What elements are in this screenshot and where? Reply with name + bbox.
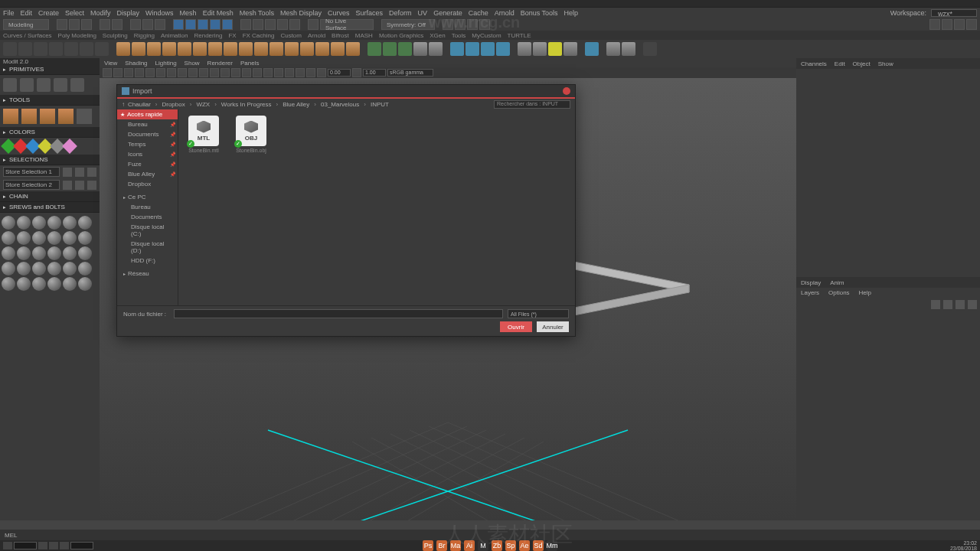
screw-preset-icon[interactable] — [32, 231, 46, 245]
shelf-options7-icon[interactable] — [95, 42, 109, 56]
undo-icon[interactable] — [100, 19, 110, 30]
vp-resolution-gate-icon[interactable] — [178, 68, 187, 77]
vertex-mode-icon[interactable] — [173, 19, 184, 30]
timeline-rewind-icon[interactable] — [3, 542, 12, 549]
shelf-tab-fx[interactable]: FX — [228, 32, 236, 39]
menu-arnold[interactable]: Arnold — [495, 9, 514, 17]
sidebar-group-reseau[interactable]: Réseau — [117, 269, 178, 279]
menu-deform[interactable]: Deform — [389, 9, 412, 17]
layer-menu-options[interactable]: Options — [828, 289, 850, 296]
vp-use-all-lights-icon[interactable] — [263, 68, 273, 77]
shelf-quad-draw-icon[interactable] — [548, 42, 562, 56]
shelf-polyplane-icon[interactable] — [193, 42, 207, 56]
shelf-tab-custom[interactable]: Custom — [280, 32, 302, 39]
tools-header[interactable]: TOOLS — [0, 95, 100, 106]
primitive-cube-icon[interactable] — [3, 78, 17, 92]
object-mode-icon[interactable] — [210, 19, 220, 30]
shelf-tab-fxcaching[interactable]: FX Caching — [243, 32, 275, 39]
vp-wireframe-icon[interactable] — [231, 68, 240, 77]
menu-file[interactable]: File — [3, 9, 15, 17]
menu-create[interactable]: Create — [38, 9, 59, 17]
uv-mode-icon[interactable] — [222, 19, 233, 30]
menu-display[interactable]: Display — [117, 9, 140, 17]
shelf-tab-arnold[interactable]: Arnold — [308, 32, 325, 39]
screw-preset-icon[interactable] — [32, 277, 46, 291]
screw-preset-icon[interactable] — [63, 246, 77, 260]
vp-textured-icon[interactable] — [253, 68, 262, 77]
menu-windows[interactable]: Windows — [145, 9, 174, 17]
snap-live-icon[interactable] — [289, 19, 300, 30]
shelf-tab-tools[interactable]: Tools — [452, 32, 466, 39]
shelf-polysoccer-icon[interactable] — [315, 42, 329, 56]
sidebar-item-disque-c[interactable]: Disque local (C:) — [117, 222, 178, 239]
ipr-render-icon[interactable] — [467, 19, 478, 30]
screw-preset-icon[interactable] — [17, 216, 31, 230]
screw-preset-icon[interactable] — [47, 216, 61, 230]
shelf-tab-bifrost[interactable]: Bifrost — [332, 32, 349, 39]
shelf-extrude-icon[interactable] — [450, 42, 464, 56]
redo-icon[interactable] — [112, 19, 122, 30]
shelf-tab-animation[interactable]: Animation — [161, 32, 188, 39]
screw-preset-icon[interactable] — [2, 231, 15, 245]
screw-preset-icon[interactable] — [32, 262, 46, 276]
layer-menu-layers[interactable]: Layers — [801, 289, 819, 296]
shelf-polyplatonic-icon[interactable] — [224, 42, 237, 56]
screw-preset-icon[interactable] — [32, 246, 46, 260]
screw-preset-icon[interactable] — [78, 277, 92, 291]
symmetry-dropdown[interactable]: Symmetry: Off — [381, 19, 435, 30]
shelf-subdiv-icon[interactable] — [429, 42, 443, 56]
construction-history-icon[interactable] — [443, 19, 453, 30]
toggle-attribute-editor-icon[interactable] — [966, 19, 977, 30]
color-pink-swatch[interactable] — [62, 139, 77, 154]
screw-preset-icon[interactable] — [78, 246, 92, 260]
shelf-options4-icon[interactable] — [49, 42, 63, 56]
screw-preset-icon[interactable] — [2, 262, 15, 276]
shelf-tab-rendering[interactable]: Rendering — [194, 32, 222, 39]
file-item-mtl[interactable]: MTL ✓ StoneBin.mtl — [185, 116, 223, 153]
primitive-cylinder-icon[interactable] — [37, 78, 51, 92]
vp-safe-action-icon[interactable] — [210, 68, 219, 77]
breadcrumb[interactable]: WZX — [196, 101, 210, 108]
sidebar-item-bluealley[interactable]: Blue Alley📌 — [117, 169, 178, 179]
clear-selection-2-icon[interactable] — [87, 181, 96, 190]
shelf-polytorus-icon[interactable] — [178, 42, 191, 56]
shelf-tab-polymodeling[interactable]: Poly Modeling — [58, 32, 96, 39]
clear-selection-1-icon[interactable] — [87, 168, 96, 177]
shelf-tab-rigging[interactable]: Rigging — [134, 32, 155, 39]
add-selection-2-icon[interactable] — [63, 181, 72, 190]
shelf-polycylinder-icon[interactable] — [147, 42, 161, 56]
breadcrumb[interactable]: Blue Alley — [283, 101, 309, 108]
path-up-icon[interactable]: ↑ — [122, 101, 125, 108]
menu-meshtools[interactable]: Mesh Tools — [240, 9, 274, 17]
sidebar-item-dropbox[interactable]: Dropbox — [117, 179, 178, 189]
taskbar-sp-icon[interactable]: Sp — [505, 540, 516, 551]
screw-preset-icon[interactable] — [78, 216, 92, 230]
shelf-polyhelix-icon[interactable] — [285, 42, 299, 56]
primitive-sphere-icon[interactable] — [20, 78, 34, 92]
open-scene-icon[interactable] — [69, 19, 80, 30]
shelf-tab-curves[interactable]: Curves / Surfaces — [3, 32, 52, 39]
new-scene-icon[interactable] — [57, 19, 67, 30]
paint-select-icon[interactable] — [155, 19, 165, 30]
snap-point-icon[interactable] — [265, 19, 276, 30]
vp-menu-view[interactable]: View — [104, 60, 117, 67]
screw-preset-icon[interactable] — [17, 277, 31, 291]
vp-field-chart-icon[interactable] — [199, 68, 208, 77]
taskbar-ps-icon[interactable]: Ps — [423, 540, 433, 551]
breadcrumb[interactable]: Dropbox — [162, 101, 185, 108]
dialog-search-input[interactable]: Rechercher dans : INPUT — [494, 100, 570, 109]
shelf-tab-motiongraphics[interactable]: Motion Graphics — [379, 32, 423, 39]
vp-colorspace-dropdown[interactable]: sRGB gamma — [387, 69, 433, 77]
primitive-torus-icon[interactable] — [54, 78, 67, 92]
shelf-crease-icon[interactable] — [564, 42, 577, 56]
vp-menu-renderer[interactable]: Renderer — [207, 60, 233, 67]
layer-create-selected-icon[interactable] — [968, 300, 977, 309]
cancel-button[interactable]: Annuler — [537, 321, 569, 332]
taskbar-m-icon[interactable]: M — [478, 540, 488, 551]
vp-film-gate-icon[interactable] — [167, 68, 176, 77]
vp-gate-mask-icon[interactable] — [188, 68, 198, 77]
sidebar-item-hdd-f[interactable]: HDD (F:) — [117, 256, 178, 266]
vp-xray-icon[interactable] — [296, 68, 305, 77]
taskbar-ai-icon[interactable]: Ai — [464, 540, 475, 551]
shelf-polycube-icon[interactable] — [132, 42, 145, 56]
